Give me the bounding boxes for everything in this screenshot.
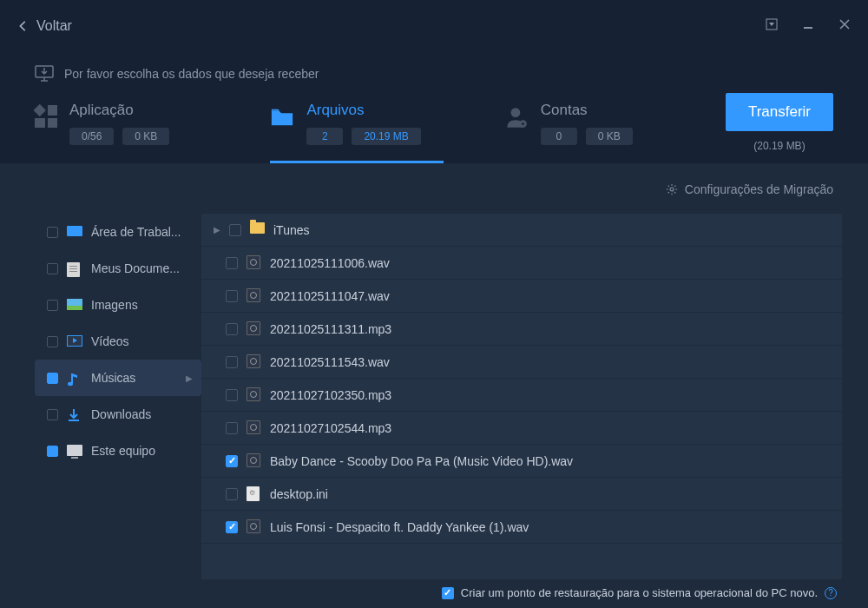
sidebar-item-label: Imagens — [91, 298, 193, 312]
window-controls — [766, 18, 851, 34]
checkbox-icon[interactable] — [226, 356, 238, 368]
transfer-area: Transferir (20.19 MB) — [726, 93, 833, 152]
dl-icon — [67, 408, 82, 420]
tab-accounts[interactable]: Contas 0 0 KB — [504, 102, 655, 163]
file-row[interactable]: desktop.ini — [201, 478, 842, 511]
file-list[interactable]: ▶iTunes20211025111006.wav20211025111047.… — [201, 214, 842, 579]
file-row[interactable]: 20211025111006.wav — [201, 247, 842, 280]
checkbox-icon[interactable] — [47, 409, 58, 420]
checkbox-icon[interactable] — [226, 422, 238, 434]
migration-settings-link[interactable]: Configurações de Migração — [0, 163, 868, 214]
transfer-button[interactable]: Transferir — [726, 93, 833, 131]
audio-icon — [247, 453, 261, 468]
back-label: Voltar — [36, 18, 72, 34]
checkbox-icon[interactable] — [226, 389, 238, 401]
checkbox-icon[interactable] — [47, 373, 58, 384]
file-row[interactable]: 20211027102350.mp3 — [201, 379, 842, 412]
chevron-right-icon: ▶ — [186, 373, 193, 383]
file-name: 20211025111006.wav — [270, 256, 390, 270]
vid-icon — [67, 335, 82, 347]
file-row[interactable]: Baby Dance - Scooby Doo Pa Pa (Music Vid… — [201, 445, 842, 478]
close-icon[interactable] — [838, 18, 851, 34]
sidebar-item-docs[interactable]: Meus Docume... — [35, 250, 201, 287]
dropdown-icon[interactable] — [766, 18, 778, 34]
tab-files[interactable]: Arquivos 2 20.19 MB — [270, 102, 443, 163]
file-row[interactable]: Luis Fonsi - Despacito ft. Daddy Yankee … — [201, 511, 842, 544]
transfer-size: (20.19 MB) — [726, 140, 833, 152]
help-icon[interactable]: ? — [825, 587, 837, 599]
migration-settings-label: Configurações de Migração — [685, 182, 833, 196]
tab-app-label: Aplicação — [69, 102, 169, 119]
back-button[interactable]: Voltar — [17, 18, 72, 34]
audio-icon — [247, 420, 261, 435]
file-name: 20211025111311.mp3 — [270, 322, 391, 336]
file-row[interactable]: ▶iTunes — [201, 214, 842, 247]
tabs-row: Aplicação 0/56 0 KB Arquivos 2 20.19 MB … — [0, 102, 868, 163]
gear-icon — [666, 183, 678, 195]
sidebar-item-dl[interactable]: Downloads — [35, 396, 201, 433]
tab-application[interactable]: Aplicação 0/56 0 KB — [35, 102, 192, 163]
file-name: iTunes — [273, 223, 310, 237]
docs-icon — [67, 262, 82, 274]
tab-files-label: Arquivos — [306, 102, 420, 119]
audio-icon — [247, 255, 261, 270]
checkbox-icon[interactable] — [226, 323, 238, 335]
checkbox-icon[interactable] — [47, 227, 58, 238]
instruction-text: Por favor escolha os dados que deseja re… — [64, 67, 319, 81]
checkbox-icon[interactable] — [47, 263, 58, 274]
sidebar-item-label: Músicas — [91, 371, 177, 385]
app-icon — [35, 105, 57, 128]
sidebar-item-label: Área de Trabal... — [91, 225, 193, 239]
expand-icon[interactable]: ▶ — [214, 225, 220, 235]
file-name: Baby Dance - Scooby Doo Pa Pa (Music Vid… — [270, 454, 573, 468]
file-browser: Área de Trabal...Meus Docume...ImagensVí… — [0, 214, 868, 579]
checkbox-icon[interactable] — [226, 257, 238, 269]
checkbox-icon[interactable] — [226, 290, 238, 302]
file-name: 20211025111543.wav — [270, 355, 390, 369]
audio-icon — [247, 321, 261, 336]
sidebar-item-music[interactable]: Músicas▶ — [35, 360, 201, 396]
checkbox-icon[interactable] — [47, 446, 58, 457]
sidebar-item-label: Vídeos — [91, 334, 193, 348]
file-row[interactable]: 20211025111047.wav — [201, 280, 842, 313]
sidebar-item-vid[interactable]: Vídeos — [35, 323, 201, 360]
file-name: desktop.ini — [270, 487, 328, 501]
tab-files-count: 2 — [306, 128, 343, 145]
file-row[interactable]: 20211027102544.mp3 — [201, 412, 842, 445]
checkbox-icon[interactable] — [229, 224, 241, 236]
file-name: 20211027102350.mp3 — [270, 388, 391, 402]
tab-app-size: 0 KB — [122, 128, 169, 145]
titlebar: Voltar — [0, 0, 868, 52]
tab-accounts-count: 0 — [541, 128, 577, 145]
svg-point-8 — [670, 188, 674, 191]
svg-point-5 — [510, 108, 520, 117]
sidebar: Área de Trabal...Meus Docume...ImagensVí… — [35, 214, 201, 579]
music-icon — [67, 372, 82, 384]
folder-icon — [270, 105, 294, 129]
svg-point-7 — [522, 122, 524, 125]
audio-icon — [247, 387, 261, 402]
sidebar-item-label: Este equipo — [91, 444, 193, 458]
checkbox-icon[interactable] — [226, 455, 238, 467]
restore-checkbox[interactable]: ✓ — [442, 587, 454, 599]
account-icon — [504, 105, 529, 129]
folder-icon — [250, 222, 265, 237]
sidebar-item-pc[interactable]: Este equipo — [35, 433, 201, 469]
tab-files-size: 20.19 MB — [352, 128, 420, 145]
checkbox-icon[interactable] — [47, 336, 58, 347]
audio-icon — [247, 519, 261, 534]
file-name: Luis Fonsi - Despacito ft. Daddy Yankee … — [270, 520, 529, 534]
minimize-icon[interactable] — [802, 18, 814, 34]
checkbox-icon[interactable] — [226, 521, 238, 533]
file-name: 20211027102544.mp3 — [270, 421, 391, 435]
svg-point-9 — [68, 382, 73, 386]
checkbox-icon[interactable] — [47, 300, 58, 311]
tab-accounts-label: Contas — [541, 102, 633, 119]
checkbox-icon[interactable] — [226, 488, 238, 500]
sidebar-item-desk[interactable]: Área de Trabal... — [35, 214, 201, 250]
sidebar-item-img[interactable]: Imagens — [35, 287, 201, 323]
file-row[interactable]: 20211025111543.wav — [201, 346, 842, 379]
content-area: Configurações de Migração Área de Trabal… — [0, 163, 868, 606]
tab-app-count: 0/56 — [69, 128, 114, 145]
file-row[interactable]: 20211025111311.mp3 — [201, 313, 842, 346]
